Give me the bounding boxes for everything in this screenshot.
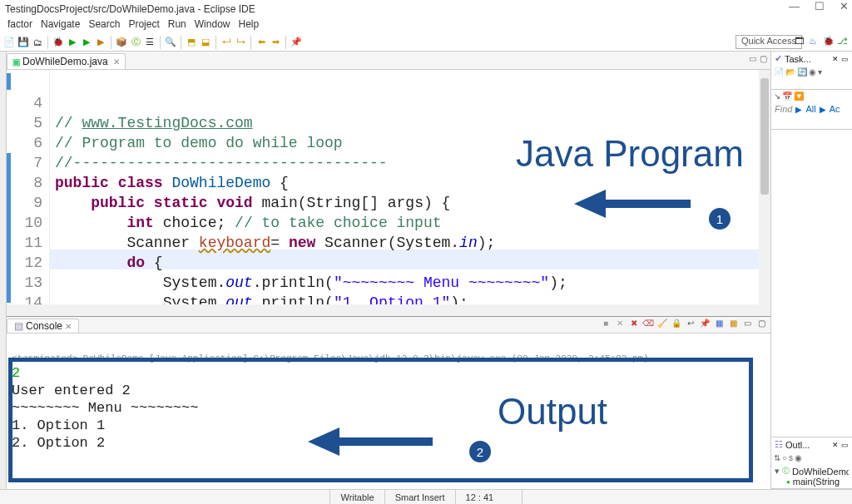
clear-console-icon[interactable]: 🧹	[656, 319, 668, 328]
task-new-icon[interactable]: 📄	[774, 67, 784, 77]
console-icon: ▤	[14, 320, 23, 332]
menu-navigate[interactable]: Navigate	[38, 18, 82, 33]
close-icon[interactable]: ✕	[840, 0, 849, 12]
annotation-badge-2: 2	[469, 441, 491, 462]
close-pane-icon[interactable]: ✕	[832, 55, 839, 63]
debug-icon[interactable]: 🐞	[52, 37, 64, 48]
console-line: User entered 2	[12, 383, 131, 398]
save-all-icon[interactable]: 🗂	[32, 37, 43, 48]
find-label[interactable]: Find	[775, 104, 792, 114]
hide-static-icon[interactable]: s	[789, 453, 793, 462]
menu-refactor[interactable]: factor	[5, 18, 35, 33]
terminate-all-icon[interactable]: ✕	[614, 319, 626, 328]
menu-help[interactable]: Help	[235, 18, 261, 33]
minimize-view-icon[interactable]: ▭	[749, 54, 756, 63]
editor-hscroll[interactable]	[7, 304, 759, 316]
window-titlebar: TestingDocsProject/src/DoWhileDemo.java …	[0, 0, 852, 18]
max-console-icon[interactable]: ▢	[755, 319, 767, 328]
console-line: 1. Option 1	[12, 418, 105, 433]
maximize-view-icon[interactable]: ▢	[760, 54, 767, 63]
word-wrap-icon[interactable]: ↩	[685, 319, 696, 328]
scroll-lock-icon[interactable]: 🔒	[671, 319, 682, 328]
code-text: .println(	[253, 274, 334, 291]
menu-project[interactable]: Project	[126, 18, 161, 33]
annotation-badge-1: 1	[709, 208, 731, 230]
console-line: ~~~~~~~~ Menu ~~~~~~~~	[12, 400, 198, 416]
toggle2-icon[interactable]: ⬓	[200, 37, 211, 48]
task-focus-icon[interactable]: ◉	[809, 67, 816, 77]
tab-dowhiledemo[interactable]: ▣ DoWhileDemo.java ✕	[7, 53, 126, 69]
menu-search[interactable]: Search	[86, 18, 122, 33]
min-console-icon[interactable]: ▭	[741, 319, 753, 328]
coverage-icon[interactable]: ▶	[81, 37, 92, 48]
menu-window[interactable]: Window	[192, 18, 233, 33]
code-text: {	[270, 175, 289, 191]
hide-fields-icon[interactable]: ○	[782, 453, 787, 462]
quick-access[interactable]: Quick Access	[736, 35, 802, 49]
run-icon[interactable]: ▶	[67, 37, 78, 48]
java-perspective-icon[interactable]: ♨	[809, 36, 820, 47]
terminate-icon[interactable]: ■	[600, 319, 612, 328]
outline-item-main[interactable]: ● main(String	[775, 477, 849, 487]
min-pane-icon[interactable]: ▭	[841, 55, 849, 63]
filter-icon[interactable]: 🔽	[794, 91, 804, 101]
task-cat-icon[interactable]: 📂	[785, 67, 795, 77]
minimize-icon[interactable]: —	[789, 0, 800, 12]
toolbar: 📄 💾 🗂 🐞 ▶ ▶ ▶ 📦 Ⓒ ☰ 🔍 ⬒ ⬓ ⮠ ⮡ ⬅ ➡ 📌 Quic…	[0, 33, 852, 52]
activate-link[interactable]: Ac	[830, 104, 840, 114]
debug-perspective-icon[interactable]: 🐞	[823, 36, 835, 47]
toggle-icon[interactable]: ⬒	[186, 37, 197, 48]
close-tab-icon[interactable]: ✕	[65, 322, 72, 331]
nav-icon[interactable]: ↘	[774, 91, 780, 101]
status-insert: Smart Insert	[384, 490, 455, 504]
prev-annot-icon[interactable]: ⮠	[220, 37, 232, 48]
new-class-icon[interactable]: Ⓒ	[130, 37, 141, 48]
min-pane-icon[interactable]: ▭	[841, 441, 849, 449]
all-link[interactable]: All	[805, 104, 815, 114]
search-icon[interactable]: 🔍	[165, 37, 176, 48]
menubar[interactable]: factor Navigate Search Project Run Windo…	[0, 18, 852, 33]
separator	[285, 36, 286, 49]
next-annot-icon[interactable]: ⮡	[235, 37, 246, 48]
console-tabbar: ▤ Console ✕ ■ ✕ ✖ ⌫ 🧹 🔒 ↩ 📌 ▦ ▦ ▭ ▢	[7, 317, 770, 334]
close-pane-icon[interactable]: ✕	[832, 441, 839, 449]
new-package-icon[interactable]: 📦	[116, 37, 127, 48]
maximize-icon[interactable]: ☐	[815, 0, 825, 12]
remove-all-icon[interactable]: ⌫	[642, 319, 654, 328]
display-selected-icon[interactable]: ▦	[713, 319, 725, 328]
method-icon: ●	[786, 478, 790, 486]
code-text: );	[549, 274, 567, 291]
schedule-icon[interactable]: 📅	[782, 91, 792, 101]
back-icon[interactable]: ⬅	[255, 37, 267, 48]
run-last-icon[interactable]: ▶	[95, 37, 106, 48]
console-output[interactable]: <terminated> DoWhileDemo [Java Applicati…	[7, 334, 770, 489]
tab-console[interactable]: ▤ Console ✕	[7, 319, 79, 333]
task-menu-icon[interactable]: ▾	[818, 67, 822, 77]
editor-vscroll[interactable]	[759, 70, 770, 316]
editor-console-stack: ▣ DoWhileDemo.java ✕ ▭ ▢ 3 4567891011121…	[7, 52, 770, 489]
outline-item-class[interactable]: ▾ Ⓒ DoWhileDemo	[775, 466, 849, 477]
open-console-icon[interactable]: ▦	[727, 319, 739, 328]
focus-icon[interactable]: ◉	[795, 453, 802, 462]
code-editor[interactable]: 3 456789101112131415 // www.TestingDocs.…	[7, 70, 770, 316]
open-perspective-icon[interactable]: 🗔	[795, 36, 806, 47]
menu-run[interactable]: Run	[166, 18, 189, 33]
var: keyboard	[199, 235, 270, 251]
open-type-icon[interactable]: ☰	[144, 37, 156, 48]
forward-icon[interactable]: ➡	[270, 37, 281, 48]
code-body[interactable]: // www.TestingDocs.com // Program to dem…	[50, 70, 770, 316]
pin-icon[interactable]: 📌	[290, 37, 302, 48]
pin-console-icon[interactable]: 📌	[699, 319, 711, 328]
sort-icon[interactable]: ⇅	[774, 453, 780, 462]
new-icon[interactable]: 📄	[3, 37, 15, 48]
kw: int	[126, 215, 153, 231]
task-sync-icon[interactable]: 🔄	[797, 67, 807, 77]
remove-launch-icon[interactable]: ✖	[628, 319, 640, 328]
close-tab-icon[interactable]: ✕	[113, 57, 120, 67]
outline-label: DoWhileDemo	[792, 467, 849, 477]
code-text: =	[270, 235, 289, 251]
folding-margin	[7, 70, 13, 316]
outline-label: main(String	[793, 477, 840, 487]
git-perspective-icon[interactable]: ⎇	[837, 36, 849, 47]
save-icon[interactable]: 💾	[17, 37, 29, 48]
